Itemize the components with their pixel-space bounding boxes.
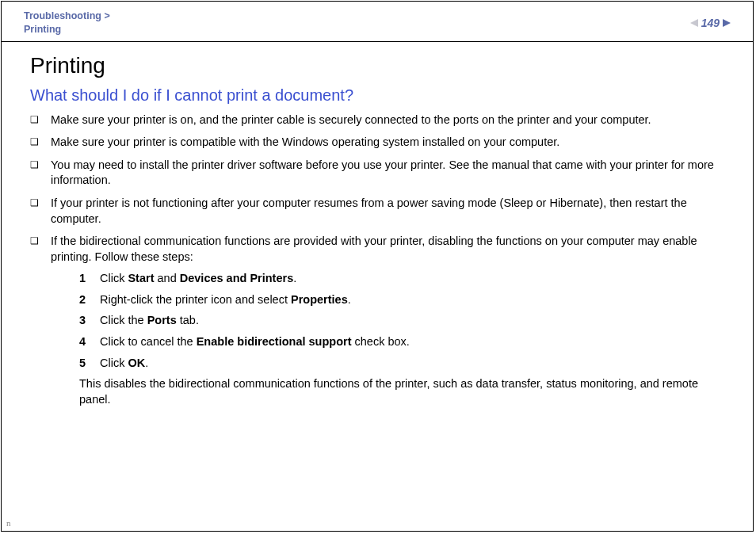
page-title: Printing — [30, 53, 727, 78]
after-note: This disables the bidirectional communic… — [79, 376, 727, 407]
step-item: 3Click the Ports tab. — [79, 313, 727, 329]
breadcrumb[interactable]: Troubleshooting > Printing — [24, 10, 110, 36]
bullet-icon: ❑ — [30, 113, 51, 126]
list-item: ❑ You may need to install the printer dr… — [30, 158, 727, 189]
step-text: Click OK. — [100, 356, 148, 372]
step-text: Right-click the printer icon and select … — [100, 292, 351, 308]
list-item: ❑ Make sure your printer is compatible w… — [30, 135, 727, 151]
step-item: 2Right-click the printer icon and select… — [79, 292, 727, 308]
list-item: ❑ If your printer is not functioning aft… — [30, 196, 727, 227]
step-number: 2 — [79, 292, 100, 308]
step-item: 1Click Start and Devices and Printers. — [79, 271, 727, 287]
list-item-text: Make sure your printer is compatible wit… — [51, 135, 727, 151]
list-item-text: Make sure your printer is on, and the pr… — [51, 113, 727, 128]
breadcrumb-parent: Troubleshooting > — [24, 10, 110, 21]
list-item-text: If your printer is not functioning after… — [51, 196, 727, 227]
list-item-text: If the bidirectional communication funct… — [51, 234, 727, 407]
prev-page-arrow-icon[interactable] — [690, 19, 698, 27]
list-item-lead: If the bidirectional communication funct… — [51, 235, 697, 263]
step-item: 5Click OK. — [79, 356, 727, 372]
document-page: Troubleshooting > Printing 149 Printing … — [1, 1, 754, 532]
main-content: Printing What should I do if I cannot pr… — [2, 42, 753, 407]
bullet-icon: ❑ — [30, 234, 51, 247]
page-nav: 149 — [690, 17, 731, 29]
step-number: 4 — [79, 334, 100, 350]
step-text: Click Start and Devices and Printers. — [100, 271, 296, 287]
breadcrumb-current: Printing — [24, 24, 61, 35]
corner-tag: n — [6, 518, 11, 528]
step-number: 1 — [79, 271, 100, 287]
bullet-list: ❑ Make sure your printer is on, and the … — [30, 113, 727, 407]
next-page-arrow-icon[interactable] — [723, 19, 731, 27]
step-item: 4Click to cancel the Enable bidirectiona… — [79, 334, 727, 350]
list-item: ❑ Make sure your printer is on, and the … — [30, 113, 727, 128]
step-number: 3 — [79, 313, 100, 329]
step-number: 5 — [79, 356, 100, 372]
page-number: 149 — [701, 17, 720, 29]
bullet-icon: ❑ — [30, 196, 51, 209]
bullet-icon: ❑ — [30, 135, 51, 148]
bullet-icon: ❑ — [30, 158, 51, 171]
list-item: ❑ If the bidirectional communication fun… — [30, 234, 727, 407]
step-list: 1Click Start and Devices and Printers. 2… — [79, 271, 727, 371]
list-item-text: You may need to install the printer driv… — [51, 158, 727, 189]
step-text: Click the Ports tab. — [100, 313, 199, 329]
section-question: What should I do if I cannot print a doc… — [30, 86, 727, 105]
page-header: Troubleshooting > Printing 149 — [2, 2, 753, 42]
step-text: Click to cancel the Enable bidirectional… — [100, 334, 410, 350]
